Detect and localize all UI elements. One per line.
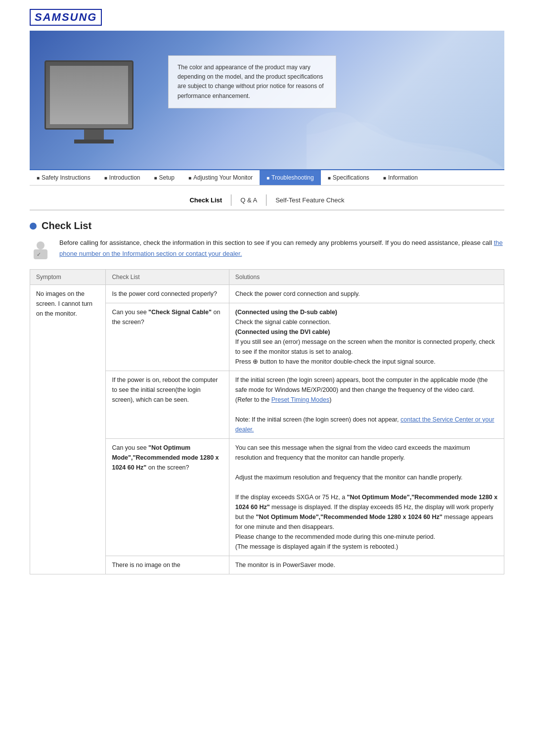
monitor-stand (84, 130, 104, 140)
monitor-body (44, 60, 134, 130)
sub-nav-checklist[interactable]: Check List (180, 194, 231, 206)
sub-nav-selftest-label: Self-Test Feature Check (275, 196, 344, 204)
col-checklist: Check List (106, 270, 229, 285)
solutions-cell: If the initial screen (the login screen)… (229, 371, 504, 439)
nav-bullet: ■ (267, 175, 269, 181)
solutions-cell: Check the power cord connection and supp… (229, 285, 504, 303)
nav-safety[interactable]: ■ Safety Instructions (30, 170, 97, 185)
nav-bullet: ■ (104, 175, 107, 181)
svg-point-1 (37, 241, 44, 249)
checklist-cell: Is the power cord connected properly? (106, 285, 229, 303)
intro-text-block: Before calling for assistance, check the… (59, 237, 504, 259)
sub-nav-qa[interactable]: Q & A (231, 194, 267, 206)
table-header-row: Symptom Check List Solutions (30, 270, 504, 285)
header-logo: SAMSUNG (0, 0, 534, 31)
product-banner: The color and appearance of the product … (30, 31, 504, 169)
main-content: Check List ✓ Before calling for assistan… (30, 220, 504, 574)
col-symptom: Symptom (30, 270, 106, 285)
solutions-cell: The monitor is in PowerSaver mode. (229, 556, 504, 574)
checklist-cell: Can you see "Not Optimum Mode","Recommen… (106, 439, 229, 556)
solutions-cell: (Connected using the D-sub cable) Check … (229, 303, 504, 371)
nav-adjusting[interactable]: ■ Adjusting Your Monitor (181, 170, 260, 185)
table-row: No images on the screen. I cannot turn o… (30, 285, 504, 303)
preset-timing-link[interactable]: Preset Timing Modes (271, 396, 329, 403)
checklist-cell: Can you see "Check Signal Cable" on the … (106, 303, 229, 371)
nav-spec-label: Specifications (333, 174, 369, 181)
nav-adjusting-label: Adjusting Your Monitor (193, 174, 253, 181)
symptom-cell: No images on the screen. I cannot turn o… (30, 285, 106, 574)
checklist-cell: If the power is on, reboot the computer … (106, 371, 229, 439)
samsung-brand: SAMSUNG (30, 9, 102, 26)
sub-nav-qa-label: Q & A (240, 196, 257, 204)
nav-bullet: ■ (188, 175, 191, 181)
solutions-cell: You can see this message when the signal… (229, 439, 504, 556)
checklist-cell: There is no image on the (106, 556, 229, 574)
banner-text: The color and appearance of the product … (178, 64, 324, 99)
nav-introduction[interactable]: ■ Introduction (97, 170, 147, 185)
solution-bold-2: (Connected using the DVI cable) (235, 329, 330, 335)
section-title: Check List (42, 220, 91, 232)
banner-decoration (307, 80, 504, 169)
nav-specifications[interactable]: ■ Specifications (321, 170, 376, 185)
nav-setup-label: Setup (159, 174, 175, 181)
sub-nav-checklist-label: Check List (189, 196, 222, 204)
intro-row: ✓ Before calling for assistance, check t… (30, 237, 504, 260)
nav-safety-label: Safety Instructions (42, 174, 90, 181)
monitor-base (74, 140, 114, 143)
nav-bullet: ■ (37, 175, 40, 181)
nav-setup[interactable]: ■ Setup (147, 170, 181, 185)
nav-intro-label: Introduction (109, 174, 140, 181)
nav-bullet: ■ (383, 175, 386, 181)
blue-dot-icon (30, 223, 37, 230)
nav-information[interactable]: ■ Information (376, 170, 425, 185)
nav-bullet: ■ (328, 175, 331, 181)
sub-nav-selftest[interactable]: Self-Test Feature Check (267, 194, 353, 206)
check-table: Symptom Check List Solutions No images o… (30, 269, 504, 574)
section-title-row: Check List (30, 220, 504, 232)
monitor-illustration (44, 60, 143, 159)
sub-nav: Check List Q & A Self-Test Feature Check (30, 194, 504, 210)
nav-troubleshooting-label: Troubleshooting (271, 174, 314, 181)
monitor-screen (50, 66, 128, 124)
main-nav: ■ Safety Instructions ■ Introduction ■ S… (30, 169, 504, 186)
intro-static-text: Before calling for assistance, check the… (59, 239, 494, 246)
help-person-icon: ✓ (30, 238, 51, 260)
service-center-link[interactable]: contact the Service Center or your deale… (235, 416, 494, 433)
nav-troubleshooting[interactable]: ■ Troubleshooting (260, 170, 321, 185)
nav-info-label: Information (388, 174, 418, 181)
nav-bullet: ■ (154, 175, 157, 181)
solution-bold: (Connected using the D-sub cable) (235, 309, 337, 316)
svg-text:✓: ✓ (37, 251, 41, 257)
col-solutions: Solutions (229, 270, 504, 285)
